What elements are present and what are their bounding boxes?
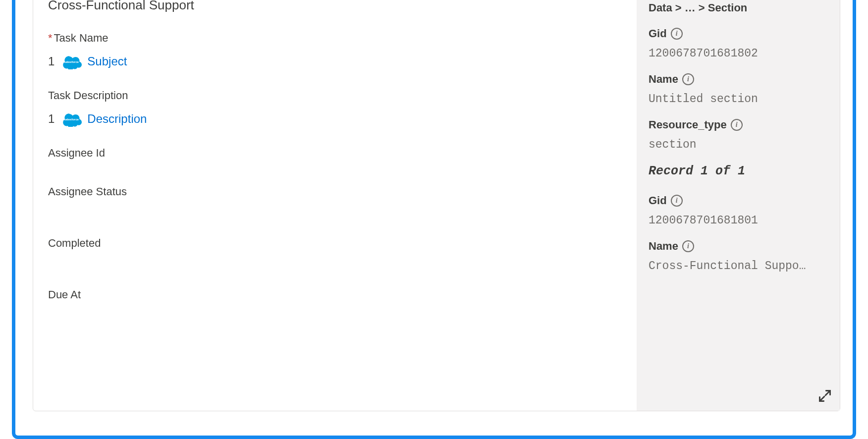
inner-panel: Cross-Functional Support *Task Name 1 sa… xyxy=(33,0,840,411)
sidebar-label: Gid xyxy=(649,194,667,207)
salesforce-cloud-icon: salesforce xyxy=(59,54,83,69)
field-completed: Completed xyxy=(48,237,622,250)
field-value-row[interactable]: 1 salesforce Subject xyxy=(48,54,622,69)
field-task-name: *Task Name 1 salesforce Subject xyxy=(48,32,622,69)
sidebar-value: 1200678701681801 xyxy=(649,214,828,227)
field-label: *Task Name xyxy=(48,32,622,45)
breadcrumb[interactable]: Data > … > Section xyxy=(649,1,828,14)
sidebar-field-name: Name i Untitled section xyxy=(649,73,828,106)
field-task-description: Task Description 1 salesforce Descriptio… xyxy=(48,89,622,127)
sidebar: Data > … > Section Gid i 120067870168180… xyxy=(637,0,840,411)
sidebar-field-gid: Gid i 1200678701681802 xyxy=(649,27,828,60)
record-indicator: Record 1 of 1 xyxy=(649,164,828,178)
sidebar-field-name-2: Name i Cross-Functional Suppo… xyxy=(649,240,828,273)
field-link-subject[interactable]: Subject xyxy=(87,55,127,68)
section-title: Cross-Functional Support xyxy=(48,0,622,13)
sidebar-label: Gid xyxy=(649,27,667,40)
info-icon[interactable]: i xyxy=(731,119,743,131)
sidebar-value: section xyxy=(649,138,828,151)
field-index: 1 xyxy=(48,112,54,126)
svg-text:salesforce: salesforce xyxy=(64,60,79,63)
field-assignee-id: Assignee Id xyxy=(48,147,622,160)
required-asterisk: * xyxy=(48,32,53,44)
salesforce-cloud-icon: salesforce xyxy=(59,111,83,127)
field-assignee-status: Assignee Status xyxy=(48,185,622,198)
sidebar-field-gid-2: Gid i 1200678701681801 xyxy=(649,194,828,227)
main-area: Cross-Functional Support *Task Name 1 sa… xyxy=(33,0,637,411)
field-link-description[interactable]: Description xyxy=(87,112,147,126)
field-label: Assignee Id xyxy=(48,147,622,160)
outer-container: Cross-Functional Support *Task Name 1 sa… xyxy=(12,0,856,439)
sidebar-value: 1200678701681802 xyxy=(649,47,828,60)
field-label: Task Description xyxy=(48,89,622,102)
sidebar-label: Resource_type xyxy=(649,118,727,131)
sidebar-value: Cross-Functional Suppo… xyxy=(649,260,828,273)
info-icon[interactable]: i xyxy=(682,73,694,85)
sidebar-label: Name xyxy=(649,240,678,253)
field-label: Completed xyxy=(48,237,622,250)
field-value-row[interactable]: 1 salesforce Description xyxy=(48,111,622,127)
svg-text:salesforce: salesforce xyxy=(64,118,79,121)
sidebar-value: Untitled section xyxy=(649,93,828,106)
sidebar-field-resource-type: Resource_type i section xyxy=(649,118,828,151)
info-icon[interactable]: i xyxy=(671,195,683,207)
expand-icon[interactable] xyxy=(818,389,832,403)
field-label: Due At xyxy=(48,288,622,301)
sidebar-label: Name xyxy=(649,73,678,86)
info-icon[interactable]: i xyxy=(671,28,683,40)
info-icon[interactable]: i xyxy=(682,240,694,252)
field-index: 1 xyxy=(48,55,54,68)
field-due-at: Due At xyxy=(48,288,622,301)
field-label: Assignee Status xyxy=(48,185,622,198)
